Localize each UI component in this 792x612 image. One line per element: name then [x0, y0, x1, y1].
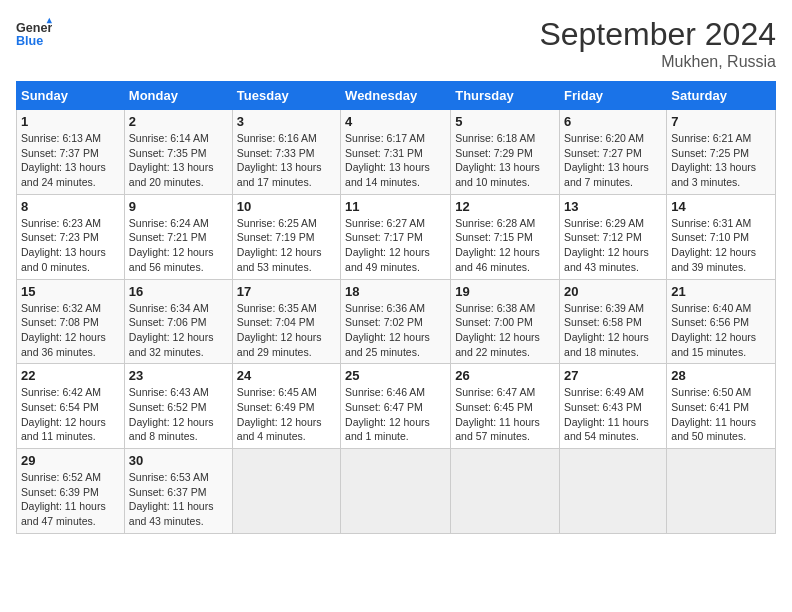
day-info: Sunrise: 6:45 AM Sunset: 6:49 PM Dayligh…	[237, 385, 336, 444]
day-info: Sunrise: 6:39 AM Sunset: 6:58 PM Dayligh…	[564, 301, 662, 360]
calendar-cell: 7Sunrise: 6:21 AM Sunset: 7:25 PM Daylig…	[667, 110, 776, 195]
day-info: Sunrise: 6:42 AM Sunset: 6:54 PM Dayligh…	[21, 385, 120, 444]
day-number: 3	[237, 114, 336, 129]
weekday-header-saturday: Saturday	[667, 82, 776, 110]
calendar-cell: 23Sunrise: 6:43 AM Sunset: 6:52 PM Dayli…	[124, 364, 232, 449]
day-info: Sunrise: 6:46 AM Sunset: 6:47 PM Dayligh…	[345, 385, 446, 444]
calendar-cell: 24Sunrise: 6:45 AM Sunset: 6:49 PM Dayli…	[232, 364, 340, 449]
day-info: Sunrise: 6:29 AM Sunset: 7:12 PM Dayligh…	[564, 216, 662, 275]
calendar-week-1: 1Sunrise: 6:13 AM Sunset: 7:37 PM Daylig…	[17, 110, 776, 195]
day-info: Sunrise: 6:18 AM Sunset: 7:29 PM Dayligh…	[455, 131, 555, 190]
day-number: 6	[564, 114, 662, 129]
logo-icon: General Blue	[16, 16, 52, 52]
month-title: September 2024	[539, 16, 776, 53]
calendar-cell: 1Sunrise: 6:13 AM Sunset: 7:37 PM Daylig…	[17, 110, 125, 195]
day-number: 20	[564, 284, 662, 299]
calendar-cell: 9Sunrise: 6:24 AM Sunset: 7:21 PM Daylig…	[124, 194, 232, 279]
calendar-cell: 15Sunrise: 6:32 AM Sunset: 7:08 PM Dayli…	[17, 279, 125, 364]
location: Mukhen, Russia	[539, 53, 776, 71]
day-info: Sunrise: 6:52 AM Sunset: 6:39 PM Dayligh…	[21, 470, 120, 529]
day-info: Sunrise: 6:31 AM Sunset: 7:10 PM Dayligh…	[671, 216, 771, 275]
day-number: 26	[455, 368, 555, 383]
day-number: 8	[21, 199, 120, 214]
title-block: September 2024 Mukhen, Russia	[539, 16, 776, 71]
calendar-cell: 30Sunrise: 6:53 AM Sunset: 6:37 PM Dayli…	[124, 449, 232, 534]
day-number: 7	[671, 114, 771, 129]
calendar-cell: 12Sunrise: 6:28 AM Sunset: 7:15 PM Dayli…	[451, 194, 560, 279]
day-info: Sunrise: 6:23 AM Sunset: 7:23 PM Dayligh…	[21, 216, 120, 275]
calendar-cell: 13Sunrise: 6:29 AM Sunset: 7:12 PM Dayli…	[560, 194, 667, 279]
calendar-cell: 17Sunrise: 6:35 AM Sunset: 7:04 PM Dayli…	[232, 279, 340, 364]
day-info: Sunrise: 6:32 AM Sunset: 7:08 PM Dayligh…	[21, 301, 120, 360]
day-info: Sunrise: 6:21 AM Sunset: 7:25 PM Dayligh…	[671, 131, 771, 190]
day-info: Sunrise: 6:50 AM Sunset: 6:41 PM Dayligh…	[671, 385, 771, 444]
day-info: Sunrise: 6:25 AM Sunset: 7:19 PM Dayligh…	[237, 216, 336, 275]
day-number: 15	[21, 284, 120, 299]
weekday-header-thursday: Thursday	[451, 82, 560, 110]
day-number: 27	[564, 368, 662, 383]
calendar-cell: 22Sunrise: 6:42 AM Sunset: 6:54 PM Dayli…	[17, 364, 125, 449]
day-info: Sunrise: 6:17 AM Sunset: 7:31 PM Dayligh…	[345, 131, 446, 190]
calendar-cell: 2Sunrise: 6:14 AM Sunset: 7:35 PM Daylig…	[124, 110, 232, 195]
calendar-cell: 26Sunrise: 6:47 AM Sunset: 6:45 PM Dayli…	[451, 364, 560, 449]
day-info: Sunrise: 6:38 AM Sunset: 7:00 PM Dayligh…	[455, 301, 555, 360]
calendar-cell: 16Sunrise: 6:34 AM Sunset: 7:06 PM Dayli…	[124, 279, 232, 364]
day-number: 11	[345, 199, 446, 214]
calendar-cell: 28Sunrise: 6:50 AM Sunset: 6:41 PM Dayli…	[667, 364, 776, 449]
day-info: Sunrise: 6:49 AM Sunset: 6:43 PM Dayligh…	[564, 385, 662, 444]
day-number: 14	[671, 199, 771, 214]
day-info: Sunrise: 6:47 AM Sunset: 6:45 PM Dayligh…	[455, 385, 555, 444]
calendar-cell: 21Sunrise: 6:40 AM Sunset: 6:56 PM Dayli…	[667, 279, 776, 364]
weekday-header-tuesday: Tuesday	[232, 82, 340, 110]
page-header: General Blue September 2024 Mukhen, Russ…	[16, 16, 776, 71]
day-info: Sunrise: 6:35 AM Sunset: 7:04 PM Dayligh…	[237, 301, 336, 360]
weekday-header-wednesday: Wednesday	[341, 82, 451, 110]
calendar-cell	[451, 449, 560, 534]
calendar-week-2: 8Sunrise: 6:23 AM Sunset: 7:23 PM Daylig…	[17, 194, 776, 279]
day-number: 4	[345, 114, 446, 129]
calendar-cell	[341, 449, 451, 534]
day-info: Sunrise: 6:34 AM Sunset: 7:06 PM Dayligh…	[129, 301, 228, 360]
day-number: 22	[21, 368, 120, 383]
day-info: Sunrise: 6:40 AM Sunset: 6:56 PM Dayligh…	[671, 301, 771, 360]
calendar-week-3: 15Sunrise: 6:32 AM Sunset: 7:08 PM Dayli…	[17, 279, 776, 364]
calendar-cell: 18Sunrise: 6:36 AM Sunset: 7:02 PM Dayli…	[341, 279, 451, 364]
calendar-cell: 5Sunrise: 6:18 AM Sunset: 7:29 PM Daylig…	[451, 110, 560, 195]
day-number: 5	[455, 114, 555, 129]
calendar-cell: 10Sunrise: 6:25 AM Sunset: 7:19 PM Dayli…	[232, 194, 340, 279]
day-number: 29	[21, 453, 120, 468]
day-number: 21	[671, 284, 771, 299]
day-number: 25	[345, 368, 446, 383]
day-number: 16	[129, 284, 228, 299]
logo: General Blue	[16, 16, 52, 52]
day-number: 30	[129, 453, 228, 468]
day-number: 1	[21, 114, 120, 129]
weekday-header-friday: Friday	[560, 82, 667, 110]
day-number: 12	[455, 199, 555, 214]
calendar-cell: 11Sunrise: 6:27 AM Sunset: 7:17 PM Dayli…	[341, 194, 451, 279]
weekday-header-sunday: Sunday	[17, 82, 125, 110]
calendar-cell: 27Sunrise: 6:49 AM Sunset: 6:43 PM Dayli…	[560, 364, 667, 449]
weekday-header-monday: Monday	[124, 82, 232, 110]
day-info: Sunrise: 6:24 AM Sunset: 7:21 PM Dayligh…	[129, 216, 228, 275]
day-info: Sunrise: 6:36 AM Sunset: 7:02 PM Dayligh…	[345, 301, 446, 360]
day-info: Sunrise: 6:28 AM Sunset: 7:15 PM Dayligh…	[455, 216, 555, 275]
day-info: Sunrise: 6:20 AM Sunset: 7:27 PM Dayligh…	[564, 131, 662, 190]
day-number: 23	[129, 368, 228, 383]
calendar-cell: 6Sunrise: 6:20 AM Sunset: 7:27 PM Daylig…	[560, 110, 667, 195]
day-number: 9	[129, 199, 228, 214]
day-number: 13	[564, 199, 662, 214]
calendar-cell	[232, 449, 340, 534]
calendar-cell: 19Sunrise: 6:38 AM Sunset: 7:00 PM Dayli…	[451, 279, 560, 364]
day-number: 24	[237, 368, 336, 383]
day-number: 2	[129, 114, 228, 129]
calendar-cell: 3Sunrise: 6:16 AM Sunset: 7:33 PM Daylig…	[232, 110, 340, 195]
day-info: Sunrise: 6:53 AM Sunset: 6:37 PM Dayligh…	[129, 470, 228, 529]
day-info: Sunrise: 6:16 AM Sunset: 7:33 PM Dayligh…	[237, 131, 336, 190]
calendar-cell: 25Sunrise: 6:46 AM Sunset: 6:47 PM Dayli…	[341, 364, 451, 449]
day-number: 17	[237, 284, 336, 299]
calendar-cell: 20Sunrise: 6:39 AM Sunset: 6:58 PM Dayli…	[560, 279, 667, 364]
calendar-cell: 4Sunrise: 6:17 AM Sunset: 7:31 PM Daylig…	[341, 110, 451, 195]
svg-text:Blue: Blue	[16, 34, 43, 48]
calendar-cell	[560, 449, 667, 534]
